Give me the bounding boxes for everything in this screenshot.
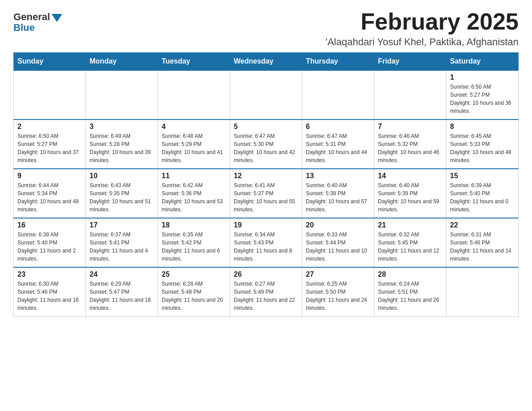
calendar-cell: [158, 70, 230, 120]
day-info: Sunrise: 6:43 AM Sunset: 5:35 PM Dayligh…: [90, 181, 154, 214]
day-info: Sunrise: 6:33 AM Sunset: 5:44 PM Dayligh…: [306, 231, 370, 263]
calendar-cell: [86, 70, 158, 120]
calendar-cell: 14Sunrise: 6:40 AM Sunset: 5:39 PM Dayli…: [374, 169, 446, 218]
calendar-cell: 19Sunrise: 6:34 AM Sunset: 5:43 PM Dayli…: [230, 218, 302, 267]
calendar-cell: 7Sunrise: 6:46 AM Sunset: 5:32 PM Daylig…: [374, 120, 446, 169]
day-number: 17: [90, 221, 154, 229]
calendar-week-3: 9Sunrise: 6:44 AM Sunset: 5:34 PM Daylig…: [14, 169, 519, 218]
day-number: 5: [234, 123, 298, 131]
weekday-header-tuesday: Tuesday: [158, 53, 230, 71]
weekday-header-sunday: Sunday: [14, 53, 86, 71]
calendar-cell: 17Sunrise: 6:37 AM Sunset: 5:41 PM Dayli…: [86, 218, 158, 267]
calendar-cell: 10Sunrise: 6:43 AM Sunset: 5:35 PM Dayli…: [86, 169, 158, 218]
day-number: 15: [450, 172, 515, 180]
calendar-cell: 25Sunrise: 6:28 AM Sunset: 5:48 PM Dayli…: [158, 267, 230, 317]
page-header: General Blue February 2025 'Alaqahdari Y…: [13, 9, 519, 48]
day-info: Sunrise: 6:44 AM Sunset: 5:34 PM Dayligh…: [17, 181, 82, 214]
day-number: 21: [378, 221, 442, 229]
weekday-header-monday: Monday: [86, 53, 158, 71]
calendar-cell: [230, 70, 302, 120]
day-info: Sunrise: 6:45 AM Sunset: 5:33 PM Dayligh…: [450, 132, 515, 164]
logo-general-text: General: [13, 11, 50, 23]
day-info: Sunrise: 6:40 AM Sunset: 5:39 PM Dayligh…: [378, 181, 442, 214]
day-number: 19: [234, 221, 298, 229]
day-number: 2: [17, 123, 82, 131]
day-number: 9: [17, 172, 82, 180]
day-number: 23: [17, 270, 82, 278]
day-info: Sunrise: 6:35 AM Sunset: 5:42 PM Dayligh…: [162, 231, 226, 263]
calendar-cell: 22Sunrise: 6:31 AM Sunset: 5:46 PM Dayli…: [446, 218, 519, 267]
calendar-cell: 21Sunrise: 6:32 AM Sunset: 5:45 PM Dayli…: [374, 218, 446, 267]
day-info: Sunrise: 6:47 AM Sunset: 5:31 PM Dayligh…: [306, 132, 370, 164]
day-number: 16: [17, 221, 82, 229]
calendar-cell: 13Sunrise: 6:40 AM Sunset: 5:38 PM Dayli…: [302, 169, 374, 218]
logo-blue-text: Blue: [13, 22, 35, 34]
title-section: February 2025 'Alaqahdari Yosuf Khel, Pa…: [326, 9, 519, 48]
day-number: 12: [234, 172, 298, 180]
day-info: Sunrise: 6:25 AM Sunset: 5:50 PM Dayligh…: [306, 280, 370, 312]
day-number: 25: [162, 270, 226, 278]
day-number: 11: [162, 172, 226, 180]
calendar-cell: [14, 70, 86, 120]
day-info: Sunrise: 6:40 AM Sunset: 5:38 PM Dayligh…: [306, 181, 370, 214]
calendar-cell: 3Sunrise: 6:49 AM Sunset: 5:28 PM Daylig…: [86, 120, 158, 169]
calendar-cell: 16Sunrise: 6:38 AM Sunset: 5:40 PM Dayli…: [14, 218, 86, 267]
day-number: 27: [306, 270, 370, 278]
day-number: 22: [450, 221, 515, 229]
day-info: Sunrise: 6:50 AM Sunset: 5:27 PM Dayligh…: [17, 132, 82, 164]
location-title: 'Alaqahdari Yosuf Khel, Paktika, Afghani…: [326, 36, 519, 48]
calendar-cell: 12Sunrise: 6:41 AM Sunset: 5:37 PM Dayli…: [230, 169, 302, 218]
day-info: Sunrise: 6:24 AM Sunset: 5:51 PM Dayligh…: [378, 280, 442, 312]
calendar-cell: 18Sunrise: 6:35 AM Sunset: 5:42 PM Dayli…: [158, 218, 230, 267]
calendar-cell: 20Sunrise: 6:33 AM Sunset: 5:44 PM Dayli…: [302, 218, 374, 267]
day-number: 4: [162, 123, 226, 131]
calendar-cell: 27Sunrise: 6:25 AM Sunset: 5:50 PM Dayli…: [302, 267, 374, 317]
day-number: 1: [450, 73, 515, 81]
calendar-cell: [446, 267, 519, 317]
day-info: Sunrise: 6:37 AM Sunset: 5:41 PM Dayligh…: [90, 231, 154, 263]
day-info: Sunrise: 6:32 AM Sunset: 5:45 PM Dayligh…: [378, 231, 442, 263]
calendar-table: SundayMondayTuesdayWednesdayThursdayFrid…: [13, 52, 519, 317]
day-number: 18: [162, 221, 226, 229]
day-info: Sunrise: 6:34 AM Sunset: 5:43 PM Dayligh…: [234, 231, 298, 263]
calendar-cell: 23Sunrise: 6:30 AM Sunset: 5:46 PM Dayli…: [14, 267, 86, 317]
day-number: 26: [234, 270, 298, 278]
calendar-cell: 6Sunrise: 6:47 AM Sunset: 5:31 PM Daylig…: [302, 120, 374, 169]
weekday-header-thursday: Thursday: [302, 53, 374, 71]
calendar-cell: 2Sunrise: 6:50 AM Sunset: 5:27 PM Daylig…: [14, 120, 86, 169]
calendar-cell: 26Sunrise: 6:27 AM Sunset: 5:49 PM Dayli…: [230, 267, 302, 317]
day-info: Sunrise: 6:29 AM Sunset: 5:47 PM Dayligh…: [90, 280, 154, 312]
day-info: Sunrise: 6:48 AM Sunset: 5:29 PM Dayligh…: [162, 132, 226, 164]
month-title: February 2025: [326, 9, 519, 34]
calendar-week-1: 1Sunrise: 6:50 AM Sunset: 5:27 PM Daylig…: [14, 70, 519, 120]
day-number: 20: [306, 221, 370, 229]
day-info: Sunrise: 6:42 AM Sunset: 5:36 PM Dayligh…: [162, 181, 226, 214]
calendar-cell: 11Sunrise: 6:42 AM Sunset: 5:36 PM Dayli…: [158, 169, 230, 218]
day-info: Sunrise: 6:27 AM Sunset: 5:49 PM Dayligh…: [234, 280, 298, 312]
calendar-week-2: 2Sunrise: 6:50 AM Sunset: 5:27 PM Daylig…: [14, 120, 519, 169]
day-number: 10: [90, 172, 154, 180]
day-info: Sunrise: 6:41 AM Sunset: 5:37 PM Dayligh…: [234, 181, 298, 214]
day-number: 28: [378, 270, 442, 278]
day-info: Sunrise: 6:28 AM Sunset: 5:48 PM Dayligh…: [162, 280, 226, 312]
day-info: Sunrise: 6:49 AM Sunset: 5:28 PM Dayligh…: [90, 132, 154, 164]
calendar-cell: [302, 70, 374, 120]
weekday-header-friday: Friday: [374, 53, 446, 71]
calendar-cell: 5Sunrise: 6:47 AM Sunset: 5:30 PM Daylig…: [230, 120, 302, 169]
day-number: 3: [90, 123, 154, 131]
calendar-cell: 15Sunrise: 6:39 AM Sunset: 5:40 PM Dayli…: [446, 169, 519, 218]
calendar-cell: 28Sunrise: 6:24 AM Sunset: 5:51 PM Dayli…: [374, 267, 446, 317]
calendar-week-4: 16Sunrise: 6:38 AM Sunset: 5:40 PM Dayli…: [14, 218, 519, 267]
logo-arrow-icon: [51, 14, 62, 22]
day-number: 13: [306, 172, 370, 180]
day-number: 14: [378, 172, 442, 180]
day-number: 7: [378, 123, 442, 131]
calendar-cell: 4Sunrise: 6:48 AM Sunset: 5:29 PM Daylig…: [158, 120, 230, 169]
calendar-cell: 9Sunrise: 6:44 AM Sunset: 5:34 PM Daylig…: [14, 169, 86, 218]
day-info: Sunrise: 6:46 AM Sunset: 5:32 PM Dayligh…: [378, 132, 442, 164]
day-number: 8: [450, 123, 515, 131]
weekday-header-saturday: Saturday: [446, 53, 519, 71]
logo: General Blue: [13, 9, 62, 34]
day-info: Sunrise: 6:38 AM Sunset: 5:40 PM Dayligh…: [17, 231, 82, 263]
day-info: Sunrise: 6:39 AM Sunset: 5:40 PM Dayligh…: [450, 181, 515, 214]
